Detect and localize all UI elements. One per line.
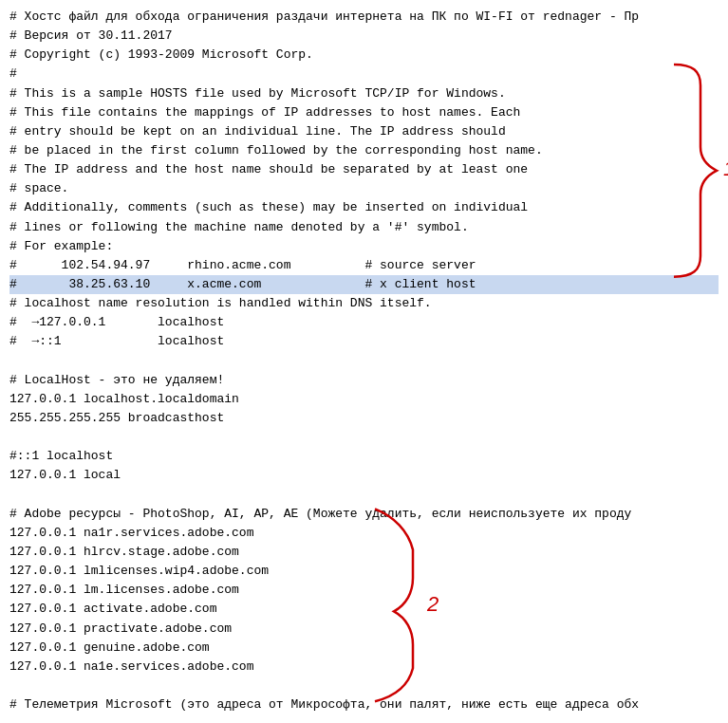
code-line: # 102.54.94.97 rhino.acme.com # source s…	[9, 256, 719, 275]
code-line: # Adobe ресурсы - PhotoShop, AI, AP, AE …	[9, 505, 719, 524]
code-line: #	[9, 65, 719, 83]
code-line: 127.0.0.1 genuine.adobe.com	[9, 639, 719, 658]
code-line: 127.0.0.1 na1e.services.adobe.com	[9, 658, 719, 677]
code-line: # entry should be kept on an individual …	[9, 122, 719, 141]
code-line: # This is a sample HOSTS file used by Mi…	[9, 84, 719, 103]
code-line: 127.0.0.1 practivate.adobe.com	[9, 620, 719, 639]
code-line: # This file contains the mappings of IP …	[9, 103, 719, 122]
code-line: 127.0.0.1 local	[9, 466, 719, 485]
code-line: # For example:	[9, 237, 719, 256]
code-line: # LocalHost - это не удаляем!	[9, 371, 719, 390]
code-line: 127.0.0.1 lm.licenses.adobe.com	[9, 581, 719, 600]
editor-content: # Хостс файл для обхода ограничения разд…	[0, 0, 728, 722]
code-line: # localhost name resolution is handled w…	[9, 294, 719, 313]
code-line: 127.0.0.1 activate.adobe.com	[9, 600, 719, 619]
code-line: # →::1 localhost	[9, 332, 719, 351]
code-line: # 38.25.63.10 x.acme.com # x client host	[9, 275, 719, 294]
code-line: 255.255.255.255 broadcasthost	[9, 409, 719, 428]
code-line	[9, 486, 719, 505]
code-line: # Copyright (c) 1993-2009 Microsoft Corp…	[9, 46, 719, 65]
code-line: # Телеметрия Microsoft (это адреса от Ми…	[9, 695, 719, 714]
code-line	[9, 428, 719, 447]
code-line: 127.0.0.1 na1r.services.adobe.com	[9, 524, 719, 543]
code-line: # Additionally, comments (such as these)…	[9, 198, 719, 217]
code-line: # Версия от 30.11.2017	[9, 27, 719, 46]
code-line: # →127.0.0.1 localhost	[9, 313, 719, 332]
code-line	[9, 677, 719, 695]
code-line: 127.0.0.1 hlrcv.stage.adobe.com	[9, 543, 719, 562]
code-line: # be placed in the first column followed…	[9, 141, 719, 160]
code-line	[9, 352, 719, 371]
code-line: # Хостс файл для обхода ограничения разд…	[9, 8, 719, 27]
code-line: # lines or following the machine name de…	[9, 218, 719, 237]
svg-text:1: 1	[723, 157, 728, 180]
code-line: # space.	[9, 179, 719, 198]
code-line: #::1 localhost	[9, 447, 719, 466]
code-line: 127.0.0.1 lmlicenses.wip4.adobe.com	[9, 562, 719, 581]
code-line: # The IP address and the host name shoul…	[9, 160, 719, 179]
code-line: 127.0.0.1 localhost.localdomain	[9, 390, 719, 409]
